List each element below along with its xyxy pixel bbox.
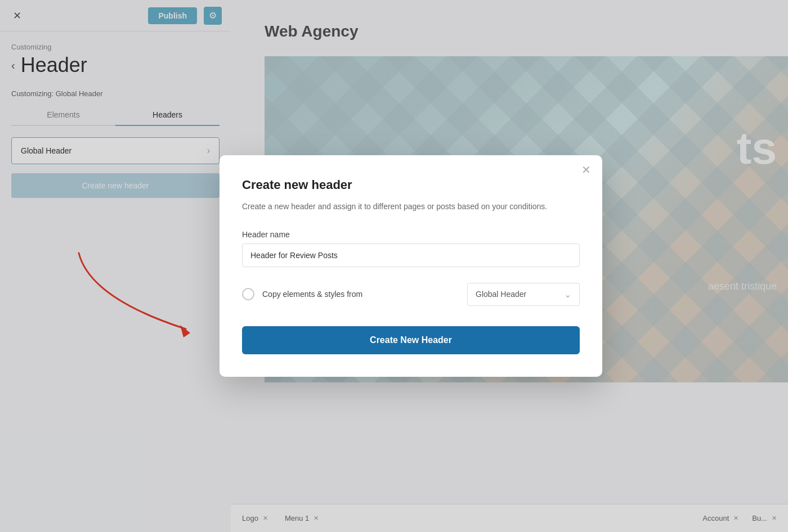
chevron-down-icon: ⌄ xyxy=(564,289,571,300)
modal-description: Create a new header and assign it to dif… xyxy=(242,200,580,213)
header-name-input[interactable] xyxy=(242,244,580,267)
copy-dropdown[interactable]: Global Header ⌄ xyxy=(467,283,580,306)
modal-title: Create new header xyxy=(242,178,580,192)
create-header-modal: ✕ Create new header Create a new header … xyxy=(220,155,602,376)
header-name-label: Header name xyxy=(242,230,580,239)
create-new-header-modal-button[interactable]: Create New Header xyxy=(242,326,580,354)
copy-radio-button[interactable] xyxy=(242,288,254,300)
copy-row: Copy elements & styles from Global Heade… xyxy=(242,283,580,306)
modal-overlay: ✕ Create new header Create a new header … xyxy=(0,0,788,532)
copy-label: Copy elements & styles from xyxy=(262,290,362,299)
modal-close-button[interactable]: ✕ xyxy=(581,164,591,175)
